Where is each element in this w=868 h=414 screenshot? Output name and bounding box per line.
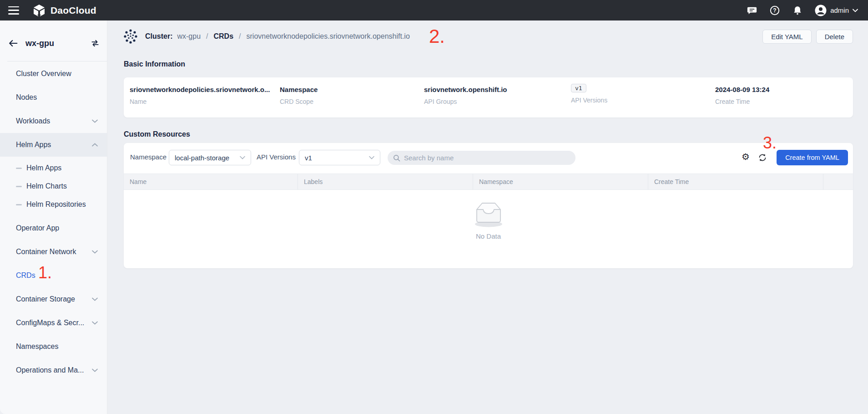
- chevron-down-icon: [92, 368, 98, 372]
- sidebar-item-label: CRDs: [16, 271, 35, 280]
- field-label: Name: [130, 98, 270, 105]
- page: DaoCloud ?: [0, 0, 868, 414]
- back-arrow-icon[interactable]: [8, 39, 18, 48]
- no-data-text: No Data: [476, 232, 501, 240]
- dash-icon: [16, 204, 22, 205]
- custom-resources-card: Namespace local-path-storage API Version…: [124, 143, 853, 268]
- cluster-dots-icon: [124, 29, 137, 44]
- sidebar-item-container-storage[interactable]: Container Storage: [0, 287, 107, 311]
- main-content: Cluster: wx-gpu / CRDs / sriovnetworknod…: [108, 20, 868, 414]
- sidebar-header: wx-gpu: [0, 33, 107, 53]
- api-version-badge: v1: [571, 84, 586, 92]
- sidebar-nav: Cluster Overview Nodes Workloads Helm Ap…: [0, 62, 107, 382]
- sidebar-item-cluster-overview[interactable]: Cluster Overview: [0, 62, 107, 86]
- column-header-spacer: [823, 174, 853, 189]
- field-name: sriovnetworknodepolicies.sriovnetwork.o.…: [130, 86, 270, 105]
- breadcrumb: Cluster: wx-gpu / CRDs / sriovnetworknod…: [124, 29, 410, 44]
- sidebar-item-label: Namespaces: [16, 342, 58, 351]
- delete-button[interactable]: Delete: [816, 30, 853, 44]
- field-label: CRD Scope: [280, 98, 318, 105]
- sidebar: wx-gpu Cluster Overview Nodes Workloads: [0, 20, 107, 414]
- user-name: admin: [830, 6, 849, 14]
- sidebar-subitem-helm-apps[interactable]: Helm Apps: [0, 159, 107, 177]
- chat-icon[interactable]: [747, 5, 757, 16]
- field-label: API Versions: [571, 97, 607, 104]
- sidebar-item-crds[interactable]: CRDs: [0, 264, 107, 287]
- namespace-select[interactable]: local-path-storage: [169, 150, 251, 165]
- create-from-yaml-button[interactable]: Create from YAML: [777, 150, 848, 165]
- sidebar-item-namespaces[interactable]: Namespaces: [0, 335, 107, 358]
- breadcrumb-cluster-label: Cluster:: [145, 32, 172, 41]
- column-header-name[interactable]: Name: [124, 174, 298, 189]
- field-value: sriovnetwork.openshift.io: [424, 86, 507, 93]
- chevron-up-icon: [92, 143, 98, 147]
- sidebar-subitem-helm-repositories[interactable]: Helm Repositories: [0, 195, 107, 214]
- chevron-down-icon: [92, 250, 98, 254]
- basic-information-title: Basic Information: [124, 60, 853, 68]
- notifications-bell-icon[interactable]: [792, 5, 803, 16]
- refresh-icon[interactable]: [757, 153, 767, 163]
- field-create-time: 2024-08-09 13:24 Create Time: [715, 86, 769, 105]
- column-header-labels[interactable]: Labels: [298, 174, 473, 189]
- table-header: Name Labels Namespace Create Time: [124, 174, 853, 190]
- sidebar-item-container-network[interactable]: Container Network: [0, 240, 107, 264]
- breadcrumb-cluster-value[interactable]: wx-gpu: [177, 32, 201, 41]
- sidebar-item-label: Container Storage: [16, 295, 75, 303]
- breadcrumb-resource: sriovnetworknodepolicies.sriovnetwork.op…: [247, 32, 410, 41]
- sidebar-item-nodes[interactable]: Nodes: [0, 86, 107, 109]
- field-api-versions: v1 API Versions: [571, 84, 607, 104]
- settings-gear-icon[interactable]: ⚙: [741, 152, 751, 162]
- chevron-down-icon: [853, 9, 858, 12]
- field-value: sriovnetworknodepolicies.sriovnetwork.o.…: [130, 86, 270, 93]
- empty-state: No Data: [124, 198, 853, 240]
- sidebar-item-helm-apps-group[interactable]: Helm Apps: [0, 133, 107, 157]
- cluster-name: wx-gpu: [25, 39, 54, 48]
- search-icon: [393, 154, 400, 162]
- breadcrumb-separator: /: [205, 32, 209, 41]
- svg-text:?: ?: [773, 7, 777, 14]
- page-header: Cluster: wx-gpu / CRDs / sriovnetworknod…: [124, 26, 853, 46]
- sidebar-item-workloads[interactable]: Workloads: [0, 109, 107, 133]
- chevron-down-icon: [369, 156, 374, 159]
- basic-information-card: sriovnetworknodepolicies.sriovnetwork.o.…: [124, 77, 853, 118]
- sidebar-item-label: Nodes: [16, 93, 37, 102]
- sidebar-item-configmaps-secrets[interactable]: ConfigMaps & Secr...: [0, 311, 107, 335]
- breadcrumb-section[interactable]: CRDs: [213, 32, 233, 41]
- sidebar-item-label: Operations and Ma...: [16, 366, 84, 374]
- edit-yaml-button[interactable]: Edit YAML: [762, 30, 811, 44]
- sidebar-item-label: Helm Repositories: [26, 200, 86, 209]
- chevron-down-icon: [92, 321, 98, 325]
- sidebar-item-label: Container Network: [16, 248, 76, 256]
- sidebar-item-operations-management[interactable]: Operations and Ma...: [0, 358, 107, 382]
- sidebar-subitem-helm-charts[interactable]: Helm Charts: [0, 177, 107, 195]
- namespace-select-value: local-path-storage: [175, 154, 229, 162]
- sidebar-item-label: Cluster Overview: [16, 70, 71, 78]
- sidebar-item-operator-app[interactable]: Operator App: [0, 216, 107, 240]
- api-versions-select-value: v1: [305, 154, 312, 162]
- dash-icon: [16, 186, 22, 187]
- sidebar-item-label: Helm Apps: [26, 164, 61, 172]
- sidebar-item-label: ConfigMaps & Secr...: [16, 319, 84, 327]
- field-crd-scope: Namespace CRD Scope: [280, 86, 318, 105]
- sidebar-item-label: Helm Apps: [16, 141, 51, 149]
- hamburger-menu-icon[interactable]: [8, 6, 19, 15]
- field-api-groups: sriovnetwork.openshift.io API Groups: [424, 86, 507, 105]
- switch-cluster-icon[interactable]: [91, 39, 100, 47]
- column-header-namespace[interactable]: Namespace: [473, 174, 648, 189]
- sidebar-item-label: Workloads: [16, 117, 50, 125]
- breadcrumb-separator: /: [238, 32, 242, 41]
- search-input[interactable]: [404, 154, 570, 162]
- chevron-down-icon: [240, 156, 245, 159]
- brand: DaoCloud: [32, 3, 96, 18]
- dash-icon: [16, 168, 22, 169]
- custom-resources-toolbar: Namespace local-path-storage API Version…: [124, 150, 853, 165]
- helm-apps-subgroup: Helm Apps Helm Charts Helm Repositories: [0, 159, 107, 214]
- user-menu[interactable]: admin: [815, 5, 858, 16]
- column-header-create-time[interactable]: Create Time: [648, 174, 823, 189]
- field-label: Create Time: [715, 98, 769, 105]
- help-icon[interactable]: ?: [769, 5, 780, 16]
- search-box: [388, 151, 575, 165]
- topbar: DaoCloud ?: [0, 0, 868, 20]
- field-value: Namespace: [280, 86, 318, 93]
- api-versions-select[interactable]: v1: [299, 150, 380, 165]
